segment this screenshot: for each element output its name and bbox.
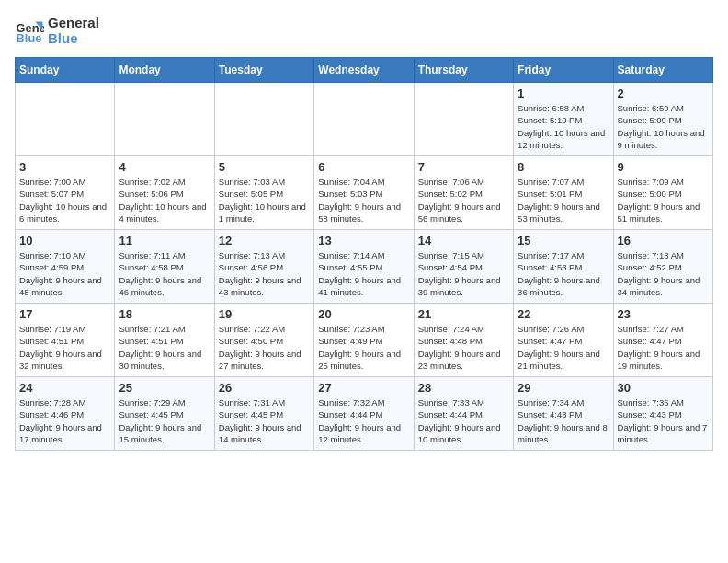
day-number: 8 — [518, 160, 609, 174]
day-number: 15 — [518, 234, 609, 247]
day-info: Sunrise: 7:13 AM Sunset: 4:56 PM Dayligh… — [219, 249, 310, 298]
calendar-cell: 30Sunrise: 7:35 AM Sunset: 4:43 PM Dayli… — [613, 377, 712, 451]
calendar-cell: 26Sunrise: 7:31 AM Sunset: 4:45 PM Dayli… — [214, 377, 313, 451]
logo-icon: General Blue — [15, 16, 44, 45]
calendar-cell: 29Sunrise: 7:34 AM Sunset: 4:43 PM Dayli… — [514, 377, 613, 451]
calendar-cell: 21Sunrise: 7:24 AM Sunset: 4:48 PM Dayli… — [414, 304, 513, 377]
calendar-cell: 5Sunrise: 7:03 AM Sunset: 5:05 PM Daylig… — [214, 156, 313, 230]
day-number: 26 — [219, 381, 310, 395]
calendar-cell: 17Sunrise: 7:19 AM Sunset: 4:51 PM Dayli… — [16, 304, 115, 377]
day-number: 22 — [518, 307, 609, 321]
day-info: Sunrise: 7:09 AM Sunset: 5:00 PM Dayligh… — [618, 176, 709, 224]
calendar-cell: 22Sunrise: 7:26 AM Sunset: 4:47 PM Dayli… — [514, 304, 613, 377]
day-number: 17 — [19, 307, 110, 321]
day-info: Sunrise: 7:26 AM Sunset: 4:47 PM Dayligh… — [518, 323, 609, 372]
day-info: Sunrise: 7:34 AM Sunset: 4:43 PM Dayligh… — [518, 396, 609, 445]
day-info: Sunrise: 7:28 AM Sunset: 4:46 PM Dayligh… — [19, 396, 110, 445]
day-number: 30 — [618, 381, 709, 395]
calendar-cell: 12Sunrise: 7:13 AM Sunset: 4:56 PM Dayli… — [214, 230, 313, 304]
weekday-header-saturday: Saturday — [613, 58, 712, 83]
day-info: Sunrise: 7:24 AM Sunset: 4:48 PM Dayligh… — [418, 323, 509, 372]
weekday-header-thursday: Thursday — [414, 58, 513, 83]
day-number: 6 — [318, 160, 409, 174]
day-number: 4 — [119, 160, 210, 174]
day-info: Sunrise: 7:11 AM Sunset: 4:58 PM Dayligh… — [119, 249, 210, 298]
calendar-cell: 19Sunrise: 7:22 AM Sunset: 4:50 PM Dayli… — [214, 304, 313, 377]
calendar-cell: 6Sunrise: 7:04 AM Sunset: 5:03 PM Daylig… — [314, 156, 414, 230]
day-number: 21 — [418, 307, 509, 321]
logo: General Blue General Blue — [15, 15, 99, 46]
calendar-cell — [16, 83, 115, 156]
day-info: Sunrise: 7:18 AM Sunset: 4:52 PM Dayligh… — [618, 249, 709, 298]
calendar-cell — [314, 83, 414, 156]
calendar-cell: 10Sunrise: 7:10 AM Sunset: 4:59 PM Dayli… — [16, 230, 115, 304]
calendar-cell: 11Sunrise: 7:11 AM Sunset: 4:58 PM Dayli… — [115, 230, 214, 304]
day-number: 14 — [418, 234, 509, 247]
day-number: 23 — [618, 307, 709, 321]
calendar-cell: 2Sunrise: 6:59 AM Sunset: 5:09 PM Daylig… — [613, 83, 712, 156]
day-info: Sunrise: 7:29 AM Sunset: 4:45 PM Dayligh… — [119, 396, 210, 445]
day-number: 3 — [19, 160, 110, 174]
day-info: Sunrise: 7:31 AM Sunset: 4:45 PM Dayligh… — [219, 396, 310, 445]
day-info: Sunrise: 7:22 AM Sunset: 4:50 PM Dayligh… — [219, 323, 310, 372]
day-info: Sunrise: 7:15 AM Sunset: 4:54 PM Dayligh… — [418, 249, 509, 298]
day-info: Sunrise: 7:07 AM Sunset: 5:01 PM Dayligh… — [518, 176, 609, 224]
day-info: Sunrise: 7:04 AM Sunset: 5:03 PM Dayligh… — [318, 176, 409, 224]
day-info: Sunrise: 7:27 AM Sunset: 4:47 PM Dayligh… — [618, 323, 709, 372]
calendar-cell: 7Sunrise: 7:06 AM Sunset: 5:02 PM Daylig… — [414, 156, 513, 230]
calendar-cell: 27Sunrise: 7:32 AM Sunset: 4:44 PM Dayli… — [314, 377, 414, 451]
calendar-cell — [214, 83, 313, 156]
day-info: Sunrise: 7:06 AM Sunset: 5:02 PM Dayligh… — [418, 176, 509, 224]
day-number: 27 — [318, 381, 409, 395]
day-info: Sunrise: 7:14 AM Sunset: 4:55 PM Dayligh… — [318, 249, 409, 298]
day-info: Sunrise: 7:03 AM Sunset: 5:05 PM Dayligh… — [219, 176, 310, 224]
day-number: 25 — [119, 381, 210, 395]
day-number: 10 — [19, 234, 110, 247]
day-number: 11 — [119, 234, 210, 247]
calendar-cell: 8Sunrise: 7:07 AM Sunset: 5:01 PM Daylig… — [514, 156, 613, 230]
day-number: 12 — [219, 234, 310, 247]
day-number: 7 — [418, 160, 509, 174]
day-info: Sunrise: 7:21 AM Sunset: 4:51 PM Dayligh… — [119, 323, 210, 372]
day-number: 20 — [318, 307, 409, 321]
calendar-cell: 13Sunrise: 7:14 AM Sunset: 4:55 PM Dayli… — [314, 230, 414, 304]
weekday-header-friday: Friday — [514, 58, 613, 83]
calendar-cell — [414, 83, 513, 156]
calendar-cell: 9Sunrise: 7:09 AM Sunset: 5:00 PM Daylig… — [613, 156, 712, 230]
day-info: Sunrise: 6:58 AM Sunset: 5:10 PM Dayligh… — [518, 102, 609, 151]
day-number: 13 — [318, 234, 409, 247]
day-number: 2 — [618, 86, 709, 100]
svg-text:Blue: Blue — [17, 31, 42, 45]
day-info: Sunrise: 7:19 AM Sunset: 4:51 PM Dayligh… — [19, 323, 110, 372]
day-info: Sunrise: 7:35 AM Sunset: 4:43 PM Dayligh… — [618, 396, 709, 445]
day-info: Sunrise: 6:59 AM Sunset: 5:09 PM Dayligh… — [618, 102, 709, 151]
day-info: Sunrise: 7:00 AM Sunset: 5:07 PM Dayligh… — [19, 176, 110, 224]
page-header: General Blue General Blue — [15, 15, 713, 46]
calendar-cell: 3Sunrise: 7:00 AM Sunset: 5:07 PM Daylig… — [16, 156, 115, 230]
day-number: 29 — [518, 381, 609, 395]
day-info: Sunrise: 7:17 AM Sunset: 4:53 PM Dayligh… — [518, 249, 609, 298]
calendar-cell: 28Sunrise: 7:33 AM Sunset: 4:44 PM Dayli… — [414, 377, 513, 451]
calendar-cell: 25Sunrise: 7:29 AM Sunset: 4:45 PM Dayli… — [115, 377, 214, 451]
calendar-cell: 4Sunrise: 7:02 AM Sunset: 5:06 PM Daylig… — [115, 156, 214, 230]
day-number: 9 — [618, 160, 709, 174]
day-info: Sunrise: 7:02 AM Sunset: 5:06 PM Dayligh… — [119, 176, 210, 224]
calendar-cell — [115, 83, 214, 156]
day-number: 1 — [518, 86, 609, 100]
calendar-cell: 23Sunrise: 7:27 AM Sunset: 4:47 PM Dayli… — [613, 304, 712, 377]
weekday-header-wednesday: Wednesday — [314, 58, 414, 83]
day-number: 28 — [418, 381, 509, 395]
day-number: 24 — [19, 381, 110, 395]
day-number: 16 — [618, 234, 709, 247]
day-number: 19 — [219, 307, 310, 321]
day-number: 18 — [119, 307, 210, 321]
calendar-cell: 14Sunrise: 7:15 AM Sunset: 4:54 PM Dayli… — [414, 230, 513, 304]
calendar-cell: 1Sunrise: 6:58 AM Sunset: 5:10 PM Daylig… — [514, 83, 613, 156]
calendar-cell: 16Sunrise: 7:18 AM Sunset: 4:52 PM Dayli… — [613, 230, 712, 304]
calendar-table: SundayMondayTuesdayWednesdayThursdayFrid… — [15, 57, 713, 451]
calendar-cell: 24Sunrise: 7:28 AM Sunset: 4:46 PM Dayli… — [16, 377, 115, 451]
day-info: Sunrise: 7:10 AM Sunset: 4:59 PM Dayligh… — [19, 249, 110, 298]
weekday-header-monday: Monday — [115, 58, 214, 83]
calendar-cell: 18Sunrise: 7:21 AM Sunset: 4:51 PM Dayli… — [115, 304, 214, 377]
calendar-cell: 20Sunrise: 7:23 AM Sunset: 4:49 PM Dayli… — [314, 304, 414, 377]
